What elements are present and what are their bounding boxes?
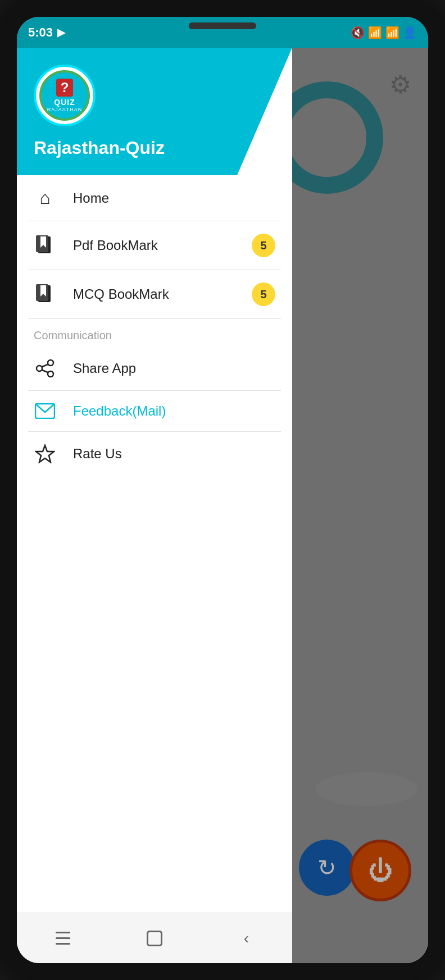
menu-item-rate-us[interactable]: Rate Us bbox=[17, 432, 292, 476]
logo-rajasthan-text: RAJASTHAN bbox=[47, 107, 83, 112]
menu-item-feedback-mail[interactable]: Feedback(Mail) bbox=[17, 391, 292, 431]
home-button[interactable] bbox=[132, 922, 177, 955]
menu-item-home[interactable]: ⌂ Home bbox=[17, 175, 292, 221]
rate-us-label: Rate Us bbox=[73, 446, 275, 462]
mcq-bookmark-badge: 5 bbox=[252, 282, 275, 306]
signal-icon: 📶 bbox=[385, 26, 399, 39]
app-name: Rajasthan-Quiz bbox=[34, 138, 275, 158]
feedback-mail-label: Feedback(Mail) bbox=[73, 403, 275, 419]
bottom-navigation: ‹ bbox=[17, 913, 292, 963]
user-icon: 👤 bbox=[403, 26, 417, 39]
drawer-menu: ⌂ Home Pdf BookMark bbox=[17, 175, 292, 913]
drawer-header: ? QUIZ RAJASTHAN Rajasthan-Quiz bbox=[17, 48, 292, 175]
status-bar: 5:03 ▶ 🔇 📶 📶 👤 bbox=[17, 17, 428, 48]
cast-icon: ▶ bbox=[57, 26, 65, 39]
status-time: 5:03 ▶ bbox=[28, 25, 65, 40]
navigation-drawer: ? QUIZ RAJASTHAN Rajasthan-Quiz ⌂ Home bbox=[17, 48, 292, 963]
pdf-bookmark-icon bbox=[34, 235, 56, 256]
svg-line-7 bbox=[42, 364, 48, 367]
star-icon bbox=[34, 444, 56, 463]
svg-point-5 bbox=[37, 366, 42, 371]
mail-icon bbox=[34, 403, 56, 419]
back-button[interactable]: ‹ bbox=[224, 922, 269, 955]
svg-line-8 bbox=[42, 370, 48, 372]
speaker bbox=[189, 22, 256, 29]
mcq-bookmark-label: MCQ BookMark bbox=[73, 286, 235, 302]
app-logo: ? QUIZ RAJASTHAN bbox=[34, 65, 96, 126]
svg-point-6 bbox=[48, 371, 53, 377]
menu-item-pdf-bookmark[interactable]: Pdf BookMark 5 bbox=[17, 221, 292, 270]
share-icon bbox=[34, 359, 56, 378]
svg-marker-10 bbox=[36, 445, 54, 462]
home-nav-icon bbox=[147, 931, 162, 946]
home-label: Home bbox=[73, 190, 275, 206]
logo-question-mark: ? bbox=[56, 79, 74, 97]
mcq-bookmark-icon bbox=[34, 284, 56, 304]
menu-item-mcq-bookmark[interactable]: MCQ BookMark 5 bbox=[17, 270, 292, 318]
screen-content: ⚙ ↻ ⏻ ? QUIZ bbox=[17, 48, 428, 963]
share-app-label: Share App bbox=[73, 361, 275, 376]
status-icons: 🔇 📶 📶 👤 bbox=[351, 26, 417, 39]
pdf-bookmark-label: Pdf BookMark bbox=[73, 238, 235, 253]
pdf-bookmark-badge: 5 bbox=[252, 234, 275, 257]
menu-item-share-app[interactable]: Share App bbox=[17, 347, 292, 390]
logo-quiz-text: QUIZ bbox=[54, 98, 75, 107]
communication-section-label: Communication bbox=[17, 319, 292, 347]
time-display: 5:03 bbox=[28, 25, 53, 40]
svg-point-4 bbox=[48, 360, 53, 366]
recents-icon bbox=[56, 932, 70, 945]
home-icon: ⌂ bbox=[34, 188, 56, 208]
recents-button[interactable] bbox=[40, 922, 85, 955]
mute-icon: 🔇 bbox=[351, 26, 365, 39]
wifi-icon: 📶 bbox=[368, 26, 382, 39]
back-icon: ‹ bbox=[244, 929, 249, 947]
